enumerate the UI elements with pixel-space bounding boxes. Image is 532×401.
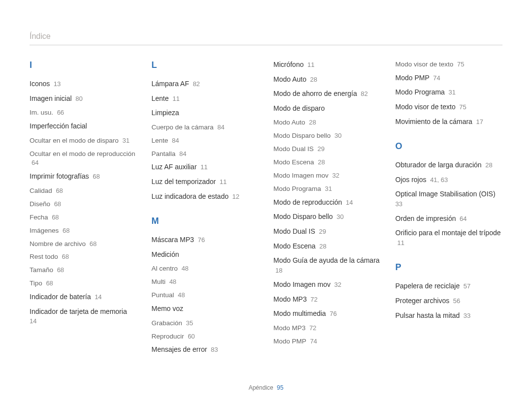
- index-column: LLámpara AF 82Lente 11LimpiezaCuerpo de …: [152, 60, 259, 360]
- index-entry[interactable]: Modo Escena 28: [273, 242, 381, 251]
- index-entry[interactable]: Proteger archivos 56: [396, 296, 503, 306]
- entry-label: Proteger archivos: [396, 297, 450, 305]
- entry-page: 35: [184, 319, 193, 327]
- index-columns: IIconos 13Imagen inicial 80Im. usu. 66Im…: [30, 60, 502, 360]
- index-subentry[interactable]: Im. usu. 66: [30, 108, 137, 118]
- index-subentry[interactable]: Nombre de archivo 68: [30, 240, 137, 249]
- index-subentry[interactable]: Modo visor de texto 75: [396, 60, 503, 69]
- index-entry[interactable]: Modo de ahorro de energía 82: [273, 89, 381, 99]
- entry-page: 68: [44, 279, 53, 287]
- entry-label: Tipo: [30, 279, 42, 287]
- index-subentry[interactable]: Modo MP3 72: [273, 324, 381, 333]
- entry-page: 64: [32, 159, 38, 166]
- entry-page: 29: [316, 145, 325, 153]
- index-subentry[interactable]: Modo Dual IS 29: [273, 145, 381, 154]
- index-entry[interactable]: Modo visor de texto 75: [396, 102, 503, 112]
- index-subentry[interactable]: Lente 84: [152, 136, 259, 146]
- index-entry[interactable]: Pulsar hasta la mitad 33: [396, 311, 503, 321]
- entry-label: Iconos: [30, 80, 50, 88]
- index-subentry[interactable]: Fecha 68: [30, 213, 137, 222]
- index-subentry[interactable]: Multi 48: [152, 278, 259, 287]
- index-subentry[interactable]: Calidad 68: [30, 186, 137, 196]
- entry-page: 48: [176, 291, 185, 299]
- index-entry[interactable]: Imprimir fotografías 68: [30, 172, 137, 182]
- index-entry[interactable]: Modo de disparo: [273, 104, 381, 114]
- index-entry[interactable]: Luz AF auxiliar 11: [152, 162, 259, 172]
- index-entry[interactable]: Limpieza: [152, 108, 259, 118]
- entry-page: 68: [54, 187, 63, 194]
- index-entry[interactable]: Iconos 13: [30, 79, 137, 89]
- index-entry[interactable]: Modo multimedia 76: [273, 309, 381, 319]
- index-subentry[interactable]: Modo Programa 31: [273, 185, 381, 194]
- index-entry[interactable]: Ojos rojos 41, 63: [396, 175, 503, 185]
- entry-label: Modo de disparo: [273, 104, 325, 112]
- index-entry[interactable]: Lente 11: [152, 94, 259, 104]
- index-entry[interactable]: Orificio para el montaje del trípode 11: [396, 228, 503, 247]
- index-subentry[interactable]: Pantalla 84: [152, 150, 259, 159]
- footer-label: Apéndice: [249, 384, 273, 391]
- index-entry[interactable]: Optical Image Stabilisation (OIS) 33: [396, 189, 503, 209]
- index-subentry[interactable]: Imágenes 68: [30, 226, 137, 236]
- entry-label: Modo visor de texto: [396, 61, 454, 68]
- index-entry[interactable]: Lámpara AF 82: [152, 79, 259, 89]
- index-entry[interactable]: Modo de reproducción 14: [273, 198, 381, 208]
- index-entry[interactable]: Indicador de batería 14: [30, 292, 137, 302]
- index-subentry[interactable]: Puntual 48: [152, 291, 259, 300]
- index-entry[interactable]: Modo Imagen mov 32: [273, 280, 381, 290]
- index-subentry[interactable]: Modo Escena 28: [273, 158, 381, 167]
- index-subentry[interactable]: Modo Imagen mov 32: [273, 171, 381, 181]
- index-entry[interactable]: Modo MP3 72: [273, 295, 381, 305]
- entry-label: Memo voz: [152, 305, 184, 312]
- entry-label: Luz indicadora de estado: [152, 192, 229, 200]
- index-entry[interactable]: Papelera de reciclaje 57: [396, 281, 503, 291]
- index-entry[interactable]: Modo Auto 28: [273, 75, 381, 85]
- entry-page: 28: [318, 243, 327, 250]
- entry-page: 68: [60, 253, 69, 260]
- entry-page: 57: [462, 282, 470, 290]
- entry-label: Modo de reproducción: [273, 198, 342, 206]
- index-subentry[interactable]: Tamaño 68: [30, 266, 137, 275]
- index-entry[interactable]: Modo PMP 74: [396, 73, 503, 83]
- index-subentry[interactable]: Modo PMP 74: [273, 337, 381, 346]
- index-entry[interactable]: Luz indicadora de estado 12: [152, 192, 259, 202]
- entry-page: 68: [52, 200, 61, 208]
- entry-page: 75: [455, 61, 464, 68]
- index-subentry[interactable]: Ocultar en el modo de disparo 31: [30, 136, 137, 146]
- index-subentry[interactable]: Grabación 35: [152, 319, 259, 328]
- index-entry[interactable]: Modo Programa 31: [396, 88, 503, 97]
- index-entry[interactable]: Mensajes de error 83: [152, 345, 259, 355]
- entry-label: Modo MP3: [273, 324, 305, 332]
- index-entry[interactable]: Modo Guía de ayuda de la cámara 18: [273, 256, 381, 275]
- index-entry[interactable]: Indicador de tarjeta de memoria 14: [30, 307, 137, 326]
- index-subentry[interactable]: Cuerpo de la cámara 84: [152, 123, 259, 132]
- entry-label: Grabación: [152, 319, 182, 327]
- index-entry[interactable]: Modo Dual IS 29: [273, 227, 381, 237]
- index-subentry[interactable]: Modo Auto 28: [273, 118, 381, 127]
- entry-label: Máscara MP3: [152, 236, 194, 244]
- index-entry[interactable]: Micrófono 11: [273, 60, 381, 70]
- index-entry[interactable]: Imagen inicial 80: [30, 94, 137, 104]
- index-entry[interactable]: Luz del temporizador 11: [152, 177, 259, 187]
- index-subentry[interactable]: Tipo 68: [30, 279, 137, 288]
- index-entry[interactable]: Obturador de larga duración 28: [396, 160, 503, 170]
- entry-label: Lámpara AF: [152, 80, 189, 88]
- entry-page: 72: [307, 324, 316, 332]
- entry-page: 31: [323, 185, 332, 192]
- index-entry[interactable]: Movimiento de la cámara 17: [396, 117, 503, 127]
- index-entry[interactable]: Memo voz: [152, 304, 259, 314]
- index-subentry[interactable]: Ocultar en el modo de reproducción 64: [30, 150, 137, 168]
- index-column: Modo visor de texto 75Modo PMP 74Modo Pr…: [396, 60, 503, 360]
- index-entry[interactable]: Modo Disparo bello 30: [273, 212, 381, 222]
- index-subentry[interactable]: Al centro 48: [152, 264, 259, 274]
- index-entry[interactable]: Máscara MP3 76: [152, 235, 259, 245]
- entry-page: 48: [167, 278, 176, 285]
- index-subentry[interactable]: Reproducir 60: [152, 332, 259, 341]
- entry-page: 64: [458, 215, 466, 222]
- index-subentry[interactable]: Diseño 68: [30, 200, 137, 209]
- index-subentry[interactable]: Modo Disparo bello 30: [273, 131, 381, 141]
- index-subentry[interactable]: Rest todo 68: [30, 252, 137, 262]
- index-entry[interactable]: Imperfección facial: [30, 122, 137, 131]
- index-entry[interactable]: Orden de impresión 64: [396, 214, 503, 224]
- entry-page: 74: [432, 74, 440, 82]
- index-entry[interactable]: Medición: [152, 250, 259, 260]
